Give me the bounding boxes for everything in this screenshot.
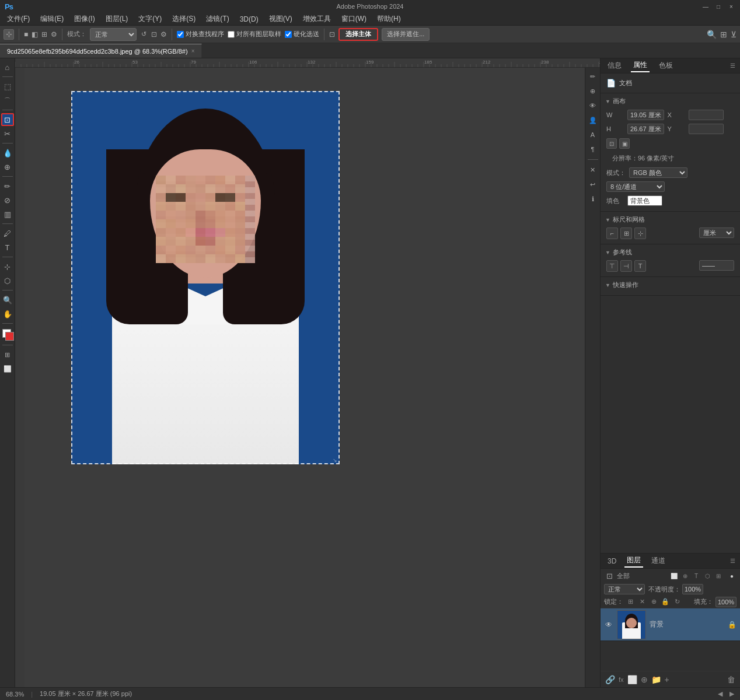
tool-eraser[interactable]: ⊘ xyxy=(1,194,14,206)
guide-icon-t[interactable]: T xyxy=(634,260,646,272)
options-tool-icon[interactable]: ⊹ xyxy=(4,29,14,40)
mode-value-select[interactable]: RGB 颜色 CMYK 颜色 灰度 xyxy=(629,167,687,178)
rtool-brush[interactable]: ✏ xyxy=(587,70,599,83)
options-square-icon[interactable]: ■ xyxy=(24,30,28,38)
rtool-history[interactable]: ↩ xyxy=(587,178,599,191)
layer-trash-icon[interactable]: 🗑 xyxy=(727,675,735,684)
menu-3d[interactable]: 3D(D) xyxy=(235,14,263,24)
menu-select[interactable]: 选择(S) xyxy=(167,13,200,25)
select-refine-btn[interactable]: 选择并遮住... xyxy=(382,28,430,41)
checkbox-all-layers[interactable]: 对所有图层取样 xyxy=(228,30,281,38)
panel-menu-icon[interactable]: ☰ xyxy=(730,62,735,69)
layers-tab-layers[interactable]: 图层 xyxy=(624,554,643,568)
menu-file[interactable]: 文件(F) xyxy=(2,13,34,25)
tool-eyedropper[interactable]: 💧 xyxy=(1,146,14,159)
layers-tab-3d[interactable]: 3D xyxy=(605,556,619,566)
minimize-btn[interactable]: — xyxy=(701,2,710,10)
lfilter-pixel[interactable]: ⬜ xyxy=(669,571,679,580)
status-arrow-right[interactable]: ▶ xyxy=(729,690,734,698)
layer-link-icon[interactable]: 🔗 xyxy=(605,675,615,684)
layers-menu-icon[interactable]: ☰ xyxy=(730,558,735,564)
tab-close-btn[interactable]: × xyxy=(191,48,195,54)
depth-select[interactable]: 8 位/通道 16 位/通道 32 位/通道 xyxy=(606,181,665,192)
menu-help[interactable]: 帮助(H) xyxy=(372,13,406,25)
refresh2-icon[interactable]: ⊡ xyxy=(151,30,157,38)
refresh-icon[interactable]: ↺ xyxy=(141,30,146,38)
tool-brush[interactable]: ✏ xyxy=(1,180,14,192)
layers-tab-channels[interactable]: 通道 xyxy=(649,555,668,567)
options-copy-icon[interactable]: ⊞ xyxy=(41,30,47,38)
checkbox-harden-input[interactable] xyxy=(285,31,292,38)
lock-move[interactable]: ✕ xyxy=(637,597,647,607)
select-subject-btn[interactable]: 选择主体 xyxy=(338,28,378,41)
tool-zoom[interactable]: 🔍 xyxy=(1,293,14,306)
menu-view[interactable]: 视图(V) xyxy=(264,13,297,25)
img-icon-1[interactable]: ⊡ xyxy=(606,138,617,149)
layer-visibility-eye[interactable]: 👁 xyxy=(604,620,613,629)
lfilter-adjustment[interactable]: ⊕ xyxy=(680,571,690,580)
guide-icon-v[interactable]: ⊣ xyxy=(620,260,632,272)
status-arrow-left[interactable]: ◀ xyxy=(718,690,722,698)
layer-adjustment-icon[interactable]: ⊕ xyxy=(641,675,648,684)
grid-icon-cross[interactable]: ⊹ xyxy=(634,228,646,239)
lfilter-type[interactable]: T xyxy=(692,571,701,580)
tool-object-select[interactable]: ⊡ xyxy=(1,113,14,126)
menu-text[interactable]: 文字(Y) xyxy=(134,13,166,25)
lock-angle[interactable]: ↻ xyxy=(672,597,682,607)
lfilter-shape[interactable]: ⬡ xyxy=(703,571,712,580)
mode-select[interactable]: 正常 添加到 从中减去 xyxy=(90,28,137,41)
grid-icon-corner[interactable]: ⌐ xyxy=(606,228,618,239)
guides-section-header[interactable]: ▼ 参考线 xyxy=(601,246,740,259)
quick-section-header[interactable]: ▼ 快速操作 xyxy=(601,278,740,292)
grid-unit-select[interactable]: 厘米 像素 英寸 xyxy=(699,228,734,238)
tool-pen[interactable]: 🖊 xyxy=(1,227,14,240)
tool-heal[interactable]: ⊕ xyxy=(1,160,14,173)
checkbox-harden[interactable]: 硬化选送 xyxy=(285,30,319,38)
right-tab-swatches[interactable]: 色板 xyxy=(657,60,675,72)
right-tab-info[interactable]: 信息 xyxy=(605,60,624,72)
rtool-paragraph[interactable]: ¶ xyxy=(587,143,599,156)
lock-checkerboard[interactable]: ⊞ xyxy=(626,597,635,607)
grid-icon-grid[interactable]: ⊞ xyxy=(620,228,632,239)
refine-icon[interactable]: ⊡ xyxy=(329,30,335,38)
tool-lasso[interactable]: ⌒ xyxy=(1,94,14,107)
h-value[interactable]: 26.67 厘米 xyxy=(627,124,664,134)
canvas-section-header[interactable]: ▼ 画布 xyxy=(601,94,740,108)
checkbox-find-input[interactable] xyxy=(177,31,184,38)
lfilter-smart[interactable]: ⊞ xyxy=(714,571,723,580)
tool-gradient[interactable]: ▥ xyxy=(1,208,14,220)
rtool-info[interactable]: ℹ xyxy=(587,192,599,205)
share-icon[interactable]: ⊻ xyxy=(731,30,736,39)
guide-icon-h[interactable]: ⊤ xyxy=(606,260,618,272)
menu-edit[interactable]: 编辑(E) xyxy=(36,13,68,25)
options-select-icon[interactable]: ◧ xyxy=(32,30,38,38)
tool-quick-mask[interactable]: ⊞ xyxy=(1,348,14,361)
lock-artboard[interactable]: ⊕ xyxy=(649,597,658,607)
checkbox-all-layers-input[interactable] xyxy=(228,31,235,38)
layer-mask-icon[interactable]: ⬜ xyxy=(627,675,637,684)
menu-plugins[interactable]: 增效工具 xyxy=(298,13,336,25)
tool-marquee[interactable]: ⬚ xyxy=(1,80,14,93)
settings2-icon[interactable]: ⚙ xyxy=(160,30,167,38)
fill-value[interactable]: 100% xyxy=(715,597,736,607)
menu-layer[interactable]: 图层(L) xyxy=(101,13,133,25)
opacity-value[interactable]: 100% xyxy=(682,584,703,594)
filter-icon[interactable]: ⊡ xyxy=(604,570,615,581)
x-value[interactable] xyxy=(689,110,724,120)
zoom-icon[interactable]: ⊞ xyxy=(720,30,727,39)
fill-value[interactable]: 背景色 xyxy=(627,195,662,206)
rtool-eye[interactable]: 👁 xyxy=(587,99,599,112)
img-icon-2[interactable]: ▣ xyxy=(619,138,630,149)
right-tab-properties[interactable]: 属性 xyxy=(631,59,650,72)
menu-window[interactable]: 窗口(W) xyxy=(337,13,371,25)
tool-shape[interactable]: ⬡ xyxy=(1,274,14,287)
window-controls[interactable]: — □ × xyxy=(701,2,735,10)
blend-mode-select[interactable]: 正常 溶解 变暗 xyxy=(604,584,645,594)
foreground-color[interactable] xyxy=(1,328,14,341)
rtool-adjust[interactable]: ⊕ xyxy=(587,85,599,97)
rtool-text[interactable]: A xyxy=(587,128,599,141)
tool-path[interactable]: ⊹ xyxy=(1,260,14,273)
tool-crop[interactable]: ✂ xyxy=(1,127,14,140)
menu-image[interactable]: 图像(I) xyxy=(69,13,99,25)
layer-add-icon[interactable]: + xyxy=(665,675,669,684)
